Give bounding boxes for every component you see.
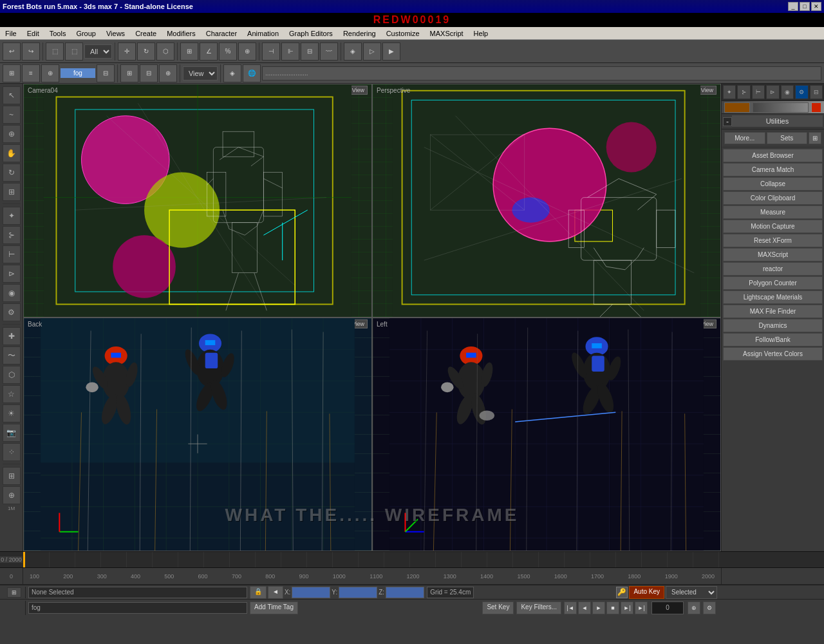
x-input[interactable] [292,587,330,598]
menu-help[interactable]: Help [469,28,494,39]
display-tool[interactable]: ◉ [3,284,21,302]
angle-snap[interactable]: ∠ [200,43,218,61]
viewport-back[interactable]: Back View [23,317,372,551]
utility-max-file-finder[interactable]: MAX File Finder [723,305,823,318]
timeline-area[interactable]: 0 / 2000 [0,551,824,568]
color-swatch-1[interactable] [724,102,750,113]
utility-color-clipboard[interactable]: Color Clipboard [723,191,823,205]
utility-measure[interactable]: Measure [723,205,823,219]
menu-tools[interactable]: Tools [44,28,71,39]
rp-display-icon[interactable]: ◉ [781,85,794,99]
space-warps-tool[interactable]: 〜 [3,346,21,365]
rotate-button[interactable]: ↻ [137,43,155,61]
set-key-btn[interactable]: Set Key [482,601,514,614]
link-button[interactable]: ⊞ [120,64,138,82]
redo-button[interactable]: ↪ [22,43,40,61]
cameras-tool[interactable]: 📷 [3,424,21,442]
rp-motion-icon[interactable]: ⊳ [766,85,779,99]
menu-customize[interactable]: Customize [381,28,425,39]
motion-tool[interactable]: ⊳ [3,265,21,283]
menu-graph-editors[interactable]: Graph Editors [284,28,338,39]
utility-assign-vertex-colors[interactable]: Assign Vertex Colors [723,347,823,361]
named-selection[interactable]: fog [61,68,95,78]
material-editor[interactable]: ◈ [344,43,362,61]
menu-views[interactable]: Views [101,28,130,39]
go-end-btn[interactable]: ►| [635,601,648,614]
lights-tool[interactable]: ☀ [3,404,21,422]
utility-motion-capture[interactable]: Motion Capture [723,220,823,233]
curve-editor[interactable]: 〰 [320,43,338,61]
hierarchy-tool[interactable]: ⊢ [3,245,21,263]
key-icon[interactable]: 🔑 [616,587,628,598]
current-frame-display[interactable]: 0 [651,601,684,614]
quick-render[interactable]: ▶ [382,43,400,61]
add-time-tag-btn[interactable]: Add Time Tag [250,601,298,614]
scale-button[interactable]: ⬡ [156,43,174,61]
select-region-button[interactable]: ⬚ [65,43,83,61]
filter-dropdown[interactable]: All [84,44,112,59]
prev-frame-btn[interactable]: ◄ [578,601,591,614]
view-dropdown-2[interactable]: View [183,66,218,80]
timeline-track[interactable] [23,552,721,567]
menu-group[interactable]: Group [71,28,101,39]
utility-asset-browser[interactable]: Asset Browser [723,149,823,162]
undo-button[interactable]: ↩ [3,43,21,61]
next-frame-btn[interactable]: ►| [621,601,633,614]
environment[interactable]: 🌐 [243,64,261,82]
properties[interactable]: ⊕ [41,64,59,82]
rp-create-icon[interactable]: ✦ [723,85,736,99]
window-controls[interactable]: _ □ ✕ [788,2,821,11]
lock-button[interactable]: 🔒 [250,586,267,599]
select-button[interactable]: ⬚ [46,43,64,61]
viewport-left[interactable]: Left View [372,317,721,551]
maximize-vp-tool[interactable]: ⊞ [3,183,21,201]
utilities-collapse-btn[interactable]: - [723,117,732,126]
statusbar-icon[interactable]: ⊞ [7,587,21,598]
create-tool[interactable]: ✦ [3,207,21,225]
utility-camera-match[interactable]: Camera Match [723,163,823,176]
go-start-btn[interactable]: |◄ [564,601,577,614]
z-input[interactable] [386,587,424,598]
snap-toggle[interactable]: ⊞ [180,43,198,61]
unlink-button[interactable]: ⊟ [140,64,158,82]
align-button[interactable]: ⊩ [281,43,299,61]
freehand-tool[interactable]: ~ [3,106,21,124]
x-adj-button[interactable]: ◄ [268,586,283,599]
menu-file[interactable]: File [0,28,22,39]
mirror-button[interactable]: ⊣ [262,43,280,61]
helpers-tool[interactable]: ✚ [3,327,21,345]
utility-lightscape[interactable]: Lightscape Materials [723,290,823,304]
modify-tool[interactable]: ⊱ [3,226,21,244]
rp-modify-icon[interactable]: ⊱ [737,85,750,99]
utilities-tool[interactable]: ⚙ [3,303,21,321]
minimize-button[interactable]: _ [788,2,798,11]
maximize-button[interactable]: □ [800,2,810,11]
geometry-tool[interactable]: ⬡ [3,366,21,384]
auto-key-btn[interactable]: Auto Key [629,586,664,599]
utility-reset-xform[interactable]: Reset XForm [723,234,823,247]
render-scene[interactable]: ▷ [363,43,381,61]
utility-polygon-counter[interactable]: Polygon Counter [723,276,823,290]
color-swatch-red[interactable] [811,102,821,113]
rp-utilities-icon[interactable]: ⚙ [795,85,808,99]
play-btn[interactable]: ► [592,601,605,614]
utilities-extra-btn[interactable]: ⊞ [809,132,821,144]
utility-maxscript[interactable]: MAXScript [723,248,823,261]
viewport-camera04[interactable]: Camera04 fog View [23,84,372,317]
sets-button[interactable]: Sets [767,132,808,144]
utility-dynamics[interactable]: Dynamics [723,319,823,332]
viewport-perspective[interactable]: Perspective View [372,84,721,317]
menu-rendering[interactable]: Rendering [338,28,381,39]
time-config-btn[interactable]: ⚙ [703,601,716,614]
arc-rotate-tool[interactable]: ↻ [3,164,21,182]
menu-maxscript[interactable]: MAXScript [425,28,469,39]
menu-character[interactable]: Character [201,28,242,39]
shapes-tool[interactable]: ☆ [3,385,21,403]
close-button[interactable]: ✕ [811,2,821,11]
key-filters-btn[interactable]: Key Filters... [516,601,561,614]
snap-tool[interactable]: ⊞ [3,467,21,485]
layer-manager[interactable]: ≡ [22,64,40,82]
stop-btn[interactable]: ■ [606,601,619,614]
array-button[interactable]: ⊟ [301,43,319,61]
zoom-time-btn[interactable]: ⊕ [688,601,700,614]
